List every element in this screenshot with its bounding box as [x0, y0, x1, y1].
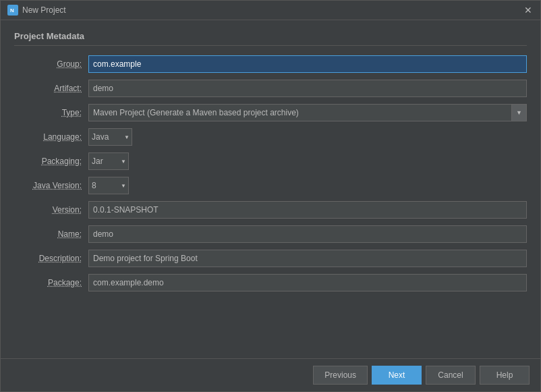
type-row: Type: ▼ — [14, 104, 527, 121]
java-version-label: Java Version: — [14, 181, 88, 190]
dialog-footer: Previous Next Cancel Help — [1, 358, 540, 391]
artifact-row: Artifact: — [14, 80, 527, 97]
name-input[interactable] — [88, 225, 527, 243]
section-title: Project Metadata — [14, 31, 527, 46]
packaging-select-wrapper: Jar War — [88, 152, 129, 170]
svg-text:N: N — [10, 7, 14, 13]
package-row: Package: — [14, 274, 527, 291]
form-area: Group: Artifact: Type: ▼ Language: — [14, 55, 527, 347]
description-label: Description: — [14, 254, 88, 263]
package-label: Package: — [14, 278, 88, 287]
title-bar-left: N New Project — [7, 5, 66, 16]
packaging-select[interactable]: Jar War — [88, 152, 129, 170]
new-project-dialog: N New Project ✕ Project Metadata Group: … — [0, 0, 541, 392]
dialog-title: New Project — [22, 5, 66, 15]
packaging-label: Packaging: — [14, 157, 88, 166]
java-version-select-wrapper: 8 11 17 — [88, 177, 129, 194]
java-version-select[interactable]: 8 11 17 — [88, 177, 129, 194]
version-label: Version: — [14, 205, 88, 215]
language-label: Language: — [14, 132, 88, 142]
name-label: Name: — [14, 229, 88, 239]
packaging-row: Packaging: Jar War — [14, 152, 527, 170]
language-row: Language: Java Kotlin Groovy — [14, 128, 527, 146]
version-input[interactable] — [88, 201, 527, 219]
version-row: Version: — [14, 201, 527, 219]
type-dropdown-button[interactable]: ▼ — [512, 104, 527, 121]
description-row: Description: — [14, 250, 527, 267]
close-button[interactable]: ✕ — [523, 5, 534, 16]
next-button[interactable]: Next — [372, 366, 422, 385]
type-input[interactable] — [88, 104, 512, 121]
group-row: Group: — [14, 55, 527, 73]
help-button[interactable]: Help — [480, 366, 530, 385]
language-select-wrapper: Java Kotlin Groovy — [88, 128, 132, 146]
dialog-content: Project Metadata Group: Artifact: Type: … — [1, 20, 540, 358]
dialog-icon: N — [7, 5, 18, 16]
cancel-button[interactable]: Cancel — [426, 366, 476, 385]
group-input[interactable] — [88, 55, 527, 73]
type-label: Type: — [14, 108, 88, 117]
artifact-input[interactable] — [88, 80, 527, 97]
java-version-row: Java Version: 8 11 17 — [14, 177, 527, 194]
type-dropdown-wrapper: ▼ — [88, 104, 527, 121]
title-bar: N New Project ✕ — [1, 1, 540, 20]
group-label: Group: — [14, 59, 88, 69]
package-input[interactable] — [88, 274, 527, 291]
name-row: Name: — [14, 225, 527, 243]
previous-button[interactable]: Previous — [313, 366, 368, 385]
artifact-label: Artifact: — [14, 84, 88, 93]
language-select[interactable]: Java Kotlin Groovy — [88, 128, 132, 146]
description-input[interactable] — [88, 250, 527, 267]
